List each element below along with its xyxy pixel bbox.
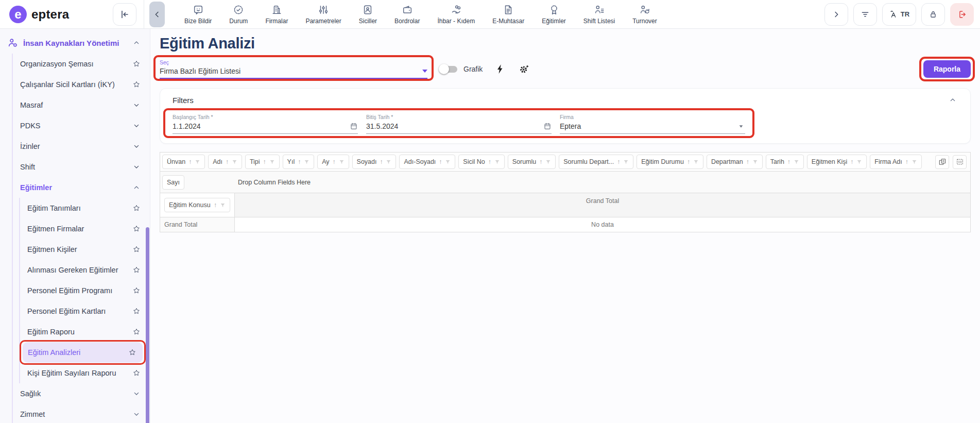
sort-up-icon[interactable] (787, 158, 790, 165)
funnel-icon[interactable] (195, 159, 200, 165)
funnel-icon[interactable] (545, 159, 551, 165)
top-nav-item[interactable]: Eğitimler (542, 4, 566, 25)
pivot-field-chip[interactable]: Eğitim Durumu (637, 155, 703, 169)
pivot-field-chip[interactable]: Eğitmen Kişi (807, 155, 867, 169)
language-button[interactable]: TR (882, 3, 916, 26)
pivot-field-chip[interactable]: Sorumlu (508, 155, 556, 169)
star-icon[interactable] (128, 348, 136, 357)
funnel-icon[interactable] (752, 159, 758, 165)
pivot-field-chip[interactable]: Departman (707, 155, 763, 169)
logout-button[interactable] (950, 3, 974, 26)
star-icon[interactable] (132, 307, 141, 315)
sort-up-icon[interactable] (263, 158, 266, 165)
pivot-field-chip[interactable]: Sicil No (458, 155, 504, 169)
star-icon[interactable] (132, 266, 141, 274)
sidebar-item[interactable]: Çalışanlar Sicil Kartları (İKY) (13, 74, 150, 95)
dropdown-icon[interactable] (737, 122, 745, 130)
calendar-icon[interactable] (350, 122, 358, 130)
star-icon[interactable] (132, 204, 141, 212)
report-type-select[interactable]: Seç Firma Bazlı Eğitim Listesi (160, 59, 427, 79)
field-chooser-button[interactable] (935, 155, 949, 169)
funnel-icon[interactable] (693, 159, 699, 165)
sidebar-subitem[interactable]: Eğitim Raporu (20, 322, 150, 342)
funnel-icon[interactable] (623, 159, 629, 165)
sort-up-icon[interactable] (746, 158, 749, 165)
sort-up-icon[interactable] (617, 158, 620, 165)
sidebar-item[interactable]: Sağlık (13, 383, 150, 404)
sidebar-item[interactable]: Masraf (13, 95, 150, 115)
pivot-field-chip[interactable]: Adı-Soyadı (399, 155, 455, 169)
sort-up-icon[interactable] (488, 158, 491, 165)
top-nav-item[interactable]: Shift Listesi (583, 4, 615, 25)
pivot-field-chip[interactable]: Ünvan (162, 155, 205, 169)
funnel-icon[interactable] (856, 159, 862, 165)
funnel-icon[interactable] (232, 159, 237, 165)
sort-up-icon[interactable] (905, 158, 908, 165)
filter-field[interactable]: Firma Eptera (560, 114, 745, 134)
sidebar-item[interactable]: PDKS (13, 115, 150, 136)
pivot-data-field-chip[interactable]: Sayı (162, 175, 184, 190)
sidebar-subitem[interactable]: Eğitmen Firmalar (20, 218, 150, 239)
chevron-down-icon[interactable] (132, 163, 141, 171)
sidebar-collapse-button[interactable] (113, 3, 136, 26)
sidebar-scrollbar[interactable] (146, 227, 149, 423)
top-nav-item[interactable]: Parametreler (305, 4, 341, 25)
settings-button[interactable] (519, 63, 530, 75)
chevron-down-icon[interactable] (132, 101, 141, 109)
calendar-icon[interactable] (543, 122, 552, 130)
sidebar-item[interactable]: İzinler (13, 136, 150, 157)
pivot-row-field-chip[interactable]: Eğitim Konusu (164, 198, 230, 212)
sidebar-subitem[interactable]: Personel Eğitim Programı (20, 280, 150, 301)
pivot-field-chip[interactable]: Adı (208, 155, 242, 169)
pivot-field-chip[interactable]: Firma Adı (870, 155, 922, 169)
funnel-icon[interactable] (339, 159, 345, 165)
top-nav-item[interactable]: Bize Bildir (184, 4, 212, 25)
pivot-field-chip[interactable]: Tipi (245, 155, 280, 169)
star-icon[interactable] (132, 369, 141, 377)
sidebar-subitem[interactable]: Eğitim Tanımları (20, 198, 150, 218)
sidebar-subitem[interactable]: Alınması Gereken Eğitimler (20, 260, 150, 280)
sort-up-icon[interactable] (850, 158, 853, 165)
pivot-field-chip[interactable]: Tarih (766, 155, 804, 169)
sort-up-icon[interactable] (380, 158, 383, 165)
pivot-field-chip[interactable]: Yıl (283, 155, 315, 169)
sidebar-group-egitimler[interactable]: Eğitimler (13, 177, 150, 198)
sort-up-icon[interactable] (188, 158, 192, 165)
sidebar-item[interactable]: Zimmet (13, 404, 150, 423)
top-nav-item[interactable]: İhbar - Kıdem (437, 4, 475, 25)
funnel-icon[interactable] (220, 202, 226, 208)
top-nav-item[interactable]: Turnover (632, 4, 657, 25)
sidebar-subitem[interactable]: Personel Eğitim Kartları (20, 301, 150, 322)
sort-up-icon[interactable] (333, 158, 336, 165)
export-button[interactable] (953, 155, 967, 169)
chevron-down-icon[interactable] (132, 142, 141, 150)
raporla-button[interactable]: Raporla (923, 60, 971, 78)
nav-scroll-right-button[interactable] (824, 3, 848, 26)
grafik-toggle[interactable] (439, 64, 458, 74)
star-icon[interactable] (132, 60, 141, 68)
funnel-icon[interactable] (304, 159, 310, 165)
sidebar-subitem[interactable]: Eğitim Analizleri (23, 342, 143, 363)
top-nav-item[interactable]: Durum (229, 4, 248, 25)
filter-field[interactable]: Bitiş Tarih * 31.5.2024 (366, 114, 552, 134)
sidebar-item[interactable]: Organizasyon Şeması (13, 54, 150, 74)
star-icon[interactable] (132, 328, 141, 336)
sort-up-icon[interactable] (687, 158, 690, 165)
funnel-icon[interactable] (794, 159, 799, 165)
sort-up-icon[interactable] (439, 158, 442, 165)
funnel-icon[interactable] (912, 159, 917, 165)
pivot-field-chip[interactable]: Soyadı (352, 155, 397, 169)
top-nav-item[interactable]: Bordrolar (394, 4, 420, 25)
top-nav-item[interactable]: Siciller (359, 4, 377, 25)
quick-run-button[interactable] (495, 63, 506, 75)
star-icon[interactable] (132, 286, 141, 295)
nav-scroll-left-button[interactable] (149, 2, 165, 27)
top-nav-item[interactable]: E-Muhtasar (492, 4, 524, 25)
funnel-icon[interactable] (445, 159, 451, 165)
filter-button[interactable] (853, 3, 877, 26)
star-icon[interactable] (132, 225, 141, 233)
star-icon[interactable] (132, 80, 141, 89)
pivot-field-chip[interactable]: Sorumlu Depart... (559, 155, 633, 169)
sidebar-section-hr[interactable]: İnsan Kaynakları Yönetimi (0, 32, 150, 54)
filters-collapse-button[interactable] (949, 96, 957, 106)
